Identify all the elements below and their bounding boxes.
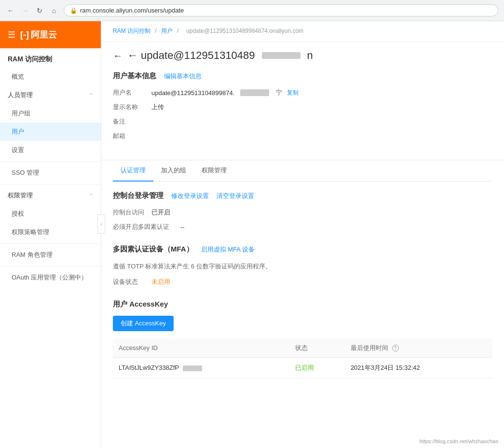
copy-username-link[interactable]: 复制 [287,89,299,97]
device-status-value: 未启用 [151,278,170,286]
content-area: RAM 访问控制 / 用户 / update@11295131048998487… [101,21,504,448]
page-title: ← ← update@112951310489 n [113,49,492,62]
accesskey-status-cell: 已启用 [289,357,345,378]
display-name-row: 显示名称 上传 [113,103,492,112]
mfa-description: 遵循 TOTP 标准算法来产生 6 位数字验证码的应用程序。 [113,262,492,272]
username-blurred [240,89,269,96]
logo-text: [-] 阿里云 [20,29,57,41]
sidebar-divider-3 [0,243,101,244]
table-row: LTAI5tJLw9ZY338ZfP 已启用 2021年3月24日 15:32:… [113,357,492,378]
accesskey-section: 用户 AccessKey 创建 AccessKey AccessKey ID 状… [113,300,492,378]
sidebar-item-sso-mgmt[interactable]: SSO 管理 [0,164,101,182]
email-label: 邮箱 [113,132,151,140]
accesskey-id-cell: LTAI5tJLw9ZY338ZfP [113,357,289,378]
col-status: 状态 [289,339,345,358]
device-status-label: 设备状态 [113,278,151,286]
edit-basic-info-link[interactable]: 编辑基本信息 [164,72,202,81]
tab-auth-mgmt[interactable]: 认证管理 [113,160,153,182]
remark-row: 备注 [113,117,492,126]
logo-label: 阿里云 [31,29,57,41]
mfa-required-value: -- [180,224,185,231]
basic-info-label: 用户基本信息 编辑基本信息 [113,71,492,81]
hamburger-icon[interactable]: ☰ [8,29,15,40]
breadcrumb: RAM 访问控制 / 用户 / update@11295131048998487… [101,21,504,42]
accesskey-table-body: LTAI5tJLw9ZY338ZfP 已启用 2021年3月24日 15:32:… [113,357,492,378]
accesskey-section-title: 用户 AccessKey [113,300,492,309]
sidebar-item-policy-mgmt[interactable]: 权限策略管理 [0,223,101,241]
sidebar-item-overview[interactable]: 概览 [0,68,101,86]
perms-collapse-icon: ⌃ [89,193,93,198]
reload-button[interactable]: ↻ [35,6,44,15]
console-access-row: 控制台访问 已开启 [113,208,492,217]
page-title-blurred [262,52,300,59]
page-title-prefix: ← update@112951310489 [127,49,255,62]
page-title-suffix: n [307,49,313,62]
page-header: ← ← update@112951310489 n [101,42,504,71]
device-status-row: 设备状态 未启用 [113,278,492,286]
sidebar-item-authorize[interactable]: 授权 [0,205,101,223]
create-accesskey-button[interactable]: 创建 AccessKey [113,316,174,331]
clear-login-settings-link[interactable]: 清空登录设置 [217,192,254,200]
home-button[interactable]: ⌂ [49,6,59,15]
mfa-section: 多因素认证设备（MFA） 启用虚拟 MFA 设备 遵循 TOTP 标准算法来产生… [113,245,492,286]
sidebar-item-people-mgmt[interactable]: 人员管理 ⌃ [0,86,101,104]
last-used-help-icon[interactable]: ? [392,345,399,351]
console-access-label: 控制台访问 [113,208,151,217]
forward-button[interactable]: → [20,6,30,15]
user-info-section: 用户基本信息 编辑基本信息 用户名 update@112951310489987… [101,71,504,156]
remark-label: 备注 [113,117,151,126]
console-login-title: 控制台登录管理 [113,191,163,200]
col-last-used: 最后使用时间 ? [345,339,492,358]
address-bar[interactable]: 🔒 ram.console.aliyun.com/users/update [64,4,498,16]
accesskey-id-blurred [183,365,202,371]
console-access-value: 已开启 [151,208,170,217]
sidebar: ☰ [-] 阿里云 RAM 访问控制 概览 人员管理 ⌃ 用户组 用户 设置 S… [0,21,101,448]
sidebar-item-oauth-app-mgmt[interactable]: OAuth 应用管理（公测中） [0,268,101,287]
display-name-value: 上传 [151,103,164,112]
sidebar-divider-1 [0,161,101,162]
breadcrumb-ram[interactable]: RAM 访问控制 [113,28,150,34]
browser-chrome: ← → ↻ ⌂ 🔒 ram.console.aliyun.com/users/u… [0,0,504,21]
mfa-section-title: 多因素认证设备（MFA） [113,245,193,254]
sidebar-item-perms-mgmt[interactable]: 权限管理 ⌃ [0,186,101,205]
username-value: update@1129513104899874. 宁 复制 [151,88,299,97]
col-accesskey-id: AccessKey ID [113,339,289,358]
collapse-icon: ⌃ [89,93,93,98]
enable-mfa-link[interactable]: 启用虚拟 MFA 设备 [201,245,255,254]
sidebar-item-settings[interactable]: 设置 [0,141,101,159]
sidebar-item-user-groups[interactable]: 用户组 [0,104,101,123]
sidebar-item-users[interactable]: 用户 [0,123,101,141]
mfa-header: 多因素认证设备（MFA） 启用虚拟 MFA 设备 [113,245,492,254]
tabs-list: 认证管理 加入的组 权限管理 [113,160,492,182]
logo-bracket-left: [-] [20,30,29,40]
mfa-required-row: 必须开启多因素认证 -- [113,223,492,231]
console-login-header: 控制台登录管理 修改登录设置 清空登录设置 [113,191,492,200]
sidebar-divider-4 [0,266,101,266]
back-button[interactable]: ← [6,6,15,15]
footer-link: https://blog.csdn.net/whzhaochao [420,438,498,444]
username-row: 用户名 update@1129513104899874. 宁 复制 [113,88,492,97]
display-name-label: 显示名称 [113,103,151,112]
console-login-section: 控制台登录管理 修改登录设置 清空登录设置 控制台访问 已开启 必须开启多因素认… [113,191,492,231]
breadcrumb-current: update@112951310489984874.onaliyun.com [186,28,303,34]
tab-perms-mgmt[interactable]: 权限管理 [194,160,234,182]
accesskey-table: AccessKey ID 状态 最后使用时间 ? [113,339,492,378]
sidebar-item-ram-role-mgmt[interactable]: RAM 角色管理 [0,246,101,264]
tab-content-auth: 控制台登录管理 修改登录设置 清空登录设置 控制台访问 已开启 必须开启多因素认… [101,182,504,388]
tab-groups[interactable]: 加入的组 [153,160,194,182]
accesskey-table-header: AccessKey ID 状态 最后使用时间 ? [113,339,492,358]
accesskey-last-used-cell: 2021年3月24日 15:32:42 [345,357,492,378]
sidebar-section-title: RAM 访问控制 [0,48,101,68]
modify-login-settings-link[interactable]: 修改登录设置 [171,192,209,200]
sidebar-logo: ☰ [-] 阿里云 [0,21,101,48]
breadcrumb-users[interactable]: 用户 [161,28,173,34]
email-row: 邮箱 [113,132,492,140]
url-text: ram.console.aliyun.com/users/update [80,7,184,14]
back-arrow-icon[interactable]: ← [113,50,123,61]
sidebar-collapse-button[interactable]: ‹ [97,214,105,234]
sidebar-divider-2 [0,184,101,184]
username-label: 用户名 [113,88,151,97]
main-content: RAM 访问控制 / 用户 / update@11295131048998487… [101,21,504,448]
lock-icon: 🔒 [70,7,77,14]
mfa-required-label: 必须开启多因素认证 [113,223,180,231]
